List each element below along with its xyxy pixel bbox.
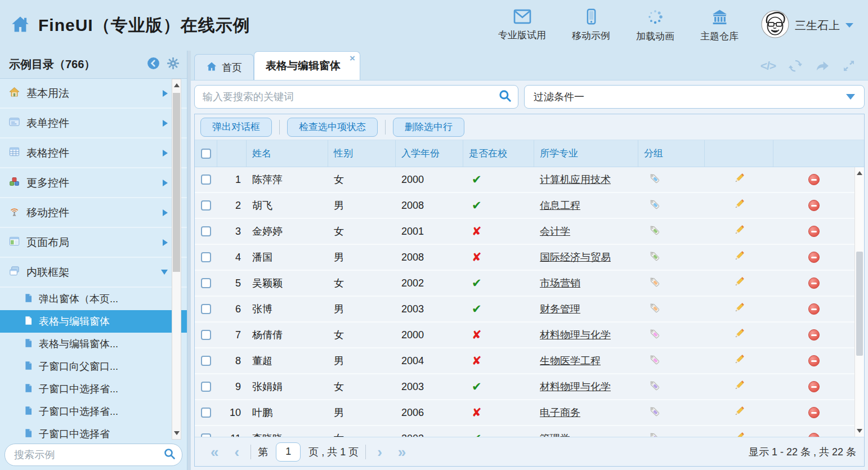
row-checkbox[interactable] xyxy=(201,174,211,185)
tag-icon[interactable] xyxy=(648,353,661,369)
filter-dropdown[interactable]: 过滤条件一 xyxy=(524,85,865,109)
check-selection-button[interactable]: 检查选中项状态 xyxy=(287,118,378,137)
user-menu[interactable]: 三生石上 xyxy=(761,10,853,41)
col-header-year[interactable]: 入学年份 xyxy=(396,140,463,167)
tab-grid-edit-window[interactable]: 表格与编辑窗体 × xyxy=(254,51,360,80)
row-checkbox[interactable] xyxy=(201,330,211,340)
sidebar-subitem-grid-edit-window2[interactable]: 表格与编辑窗体... xyxy=(0,333,187,355)
row-checkbox[interactable] xyxy=(201,382,211,392)
col-header-group[interactable]: 分组 xyxy=(638,140,705,167)
row-checkbox[interactable] xyxy=(201,304,211,314)
row-checkbox[interactable] xyxy=(201,226,211,236)
col-header-enrolled[interactable]: 是否在校 xyxy=(463,140,534,167)
edit-pencil-icon[interactable] xyxy=(733,301,746,317)
sidebar-subitem-select-province-3[interactable]: 子窗口中选择省 xyxy=(0,423,187,440)
open-dialog-button[interactable]: 弹出对话框 xyxy=(200,118,272,137)
delete-icon[interactable] xyxy=(808,174,820,185)
nav-mobile-demo[interactable]: 移动示例 xyxy=(572,8,610,42)
tab-home[interactable]: 首页 xyxy=(194,54,254,80)
brand[interactable]: FineUI（专业版）在线示例 xyxy=(10,14,250,37)
major-link[interactable]: 市场营销 xyxy=(540,276,580,290)
tag-icon[interactable] xyxy=(648,249,661,265)
sidebar-subitem-grid-edit-window[interactable]: 表格与编辑窗体 xyxy=(0,310,187,333)
sidebar-subitem-popup-window[interactable]: 弹出窗体（本页... xyxy=(0,288,187,310)
sidebar-item-page-layout[interactable]: 页面布局 xyxy=(0,228,187,258)
sidebar-search-input[interactable] xyxy=(14,449,163,461)
major-link[interactable]: 电子商务 xyxy=(540,406,580,419)
major-link[interactable]: 财务管理 xyxy=(540,302,580,316)
delete-icon[interactable] xyxy=(808,200,820,211)
row-checkbox[interactable] xyxy=(201,408,211,418)
tag-icon[interactable] xyxy=(648,301,661,317)
settings-gear-icon[interactable] xyxy=(166,56,180,73)
page-input[interactable] xyxy=(276,442,301,462)
col-header-edit[interactable] xyxy=(705,140,773,167)
major-link[interactable]: 信息工程 xyxy=(540,199,580,212)
last-page-icon[interactable]: » xyxy=(390,445,414,459)
keyword-search-input[interactable] xyxy=(203,91,498,103)
next-page-icon[interactable]: › xyxy=(369,445,390,459)
edit-pencil-icon[interactable] xyxy=(733,275,746,291)
sidebar-item-grid-controls[interactable]: 表格控件 xyxy=(0,138,187,168)
collapse-icon[interactable] xyxy=(146,56,160,73)
scrollbar-thumb[interactable] xyxy=(856,252,863,356)
row-checkbox[interactable] xyxy=(201,200,211,211)
edit-pencil-icon[interactable] xyxy=(733,249,746,265)
sidebar-subitem-select-province-1[interactable]: 子窗口中选择省... xyxy=(0,378,187,400)
close-icon[interactable]: × xyxy=(350,53,355,63)
edit-pencil-icon[interactable] xyxy=(733,327,746,343)
major-link[interactable]: 生物医学工程 xyxy=(540,354,601,368)
sidebar-item-form-controls[interactable]: 表单控件 xyxy=(0,109,187,138)
row-checkbox[interactable] xyxy=(201,252,211,262)
delete-icon[interactable] xyxy=(808,355,820,366)
sidebar-item-iframe[interactable]: 内联框架 xyxy=(0,258,187,288)
nav-trial[interactable]: 专业版试用 xyxy=(498,9,546,42)
major-link[interactable]: 国际经济与贸易 xyxy=(540,250,611,264)
delete-icon[interactable] xyxy=(808,252,820,263)
share-forward-icon[interactable] xyxy=(815,59,830,73)
delete-icon[interactable] xyxy=(808,381,820,392)
sidebar-subitem-child-to-parent[interactable]: 子窗口向父窗口... xyxy=(0,355,187,378)
delete-icon[interactable] xyxy=(808,433,820,437)
tag-icon[interactable] xyxy=(648,379,661,395)
delete-icon[interactable] xyxy=(808,277,820,289)
table-scrollbar[interactable] xyxy=(854,167,864,437)
tag-icon[interactable] xyxy=(648,275,661,291)
sidebar-item-basic[interactable]: 基本用法 xyxy=(0,79,187,109)
col-header-major[interactable]: 所学专业 xyxy=(534,140,638,167)
row-checkbox[interactable] xyxy=(201,356,211,366)
edit-pencil-icon[interactable] xyxy=(733,172,746,187)
source-code-icon[interactable]: </> xyxy=(760,59,776,73)
delete-icon[interactable] xyxy=(808,407,820,418)
first-page-icon[interactable]: « xyxy=(203,445,226,459)
major-link[interactable]: 计算机应用技术 xyxy=(540,173,611,186)
delete-icon[interactable] xyxy=(808,303,820,315)
delete-icon[interactable] xyxy=(808,329,820,341)
delete-selected-button[interactable]: 删除选中行 xyxy=(393,118,464,137)
major-link[interactable]: 材料物理与化学 xyxy=(540,380,611,393)
major-link[interactable]: 管理学 xyxy=(540,432,570,437)
edit-pencil-icon[interactable] xyxy=(733,379,746,395)
row-checkbox[interactable] xyxy=(201,433,211,437)
scrollbar-thumb[interactable] xyxy=(173,93,180,272)
scroll-up-icon[interactable] xyxy=(174,83,180,87)
nav-loading-anim[interactable]: 加载动画 xyxy=(636,8,674,43)
edit-pencil-icon[interactable] xyxy=(733,223,746,239)
nav-theme-repo[interactable]: 主题仓库 xyxy=(700,8,739,43)
scroll-up-icon[interactable] xyxy=(857,171,862,175)
tag-icon[interactable] xyxy=(648,172,661,187)
col-header-gender[interactable]: 性别 xyxy=(328,140,396,167)
major-link[interactable]: 材料物理与化学 xyxy=(540,328,611,342)
sidebar-subitem-select-province-2[interactable]: 子窗口中选择省... xyxy=(0,400,187,423)
expand-fullscreen-icon[interactable] xyxy=(842,59,856,73)
col-header-delete[interactable] xyxy=(773,140,864,167)
delete-icon[interactable] xyxy=(808,226,820,237)
sidebar-item-more-controls[interactable]: 更多控件 xyxy=(0,168,187,198)
edit-pencil-icon[interactable] xyxy=(733,431,746,437)
scroll-down-icon[interactable] xyxy=(857,429,862,433)
tag-icon[interactable] xyxy=(648,198,661,213)
col-header-name[interactable]: 姓名 xyxy=(247,140,328,167)
tag-icon[interactable] xyxy=(648,327,661,343)
search-icon[interactable] xyxy=(163,447,176,463)
col-header-index[interactable] xyxy=(217,140,247,167)
